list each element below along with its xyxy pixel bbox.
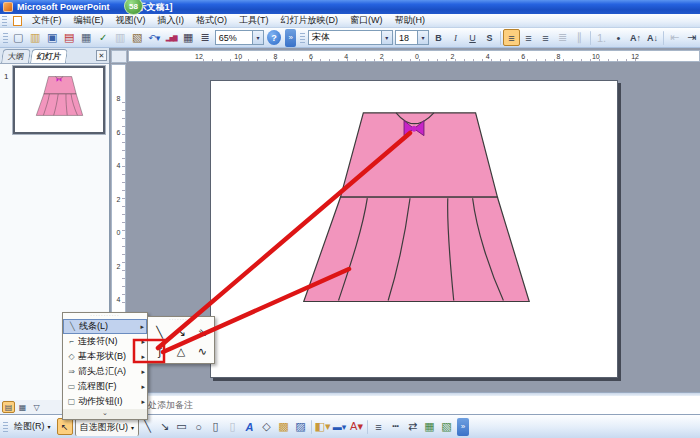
insert-table-icon[interactable]: ▦ — [180, 29, 197, 46]
menu-tools[interactable]: 工具(T) — [233, 13, 275, 28]
oval-tool-button[interactable]: ○ — [190, 418, 207, 435]
align-center-button[interactable]: ≡ — [520, 29, 537, 46]
toolbar-options-button[interactable]: » — [285, 29, 296, 47]
zoom-combo[interactable]: 65% ▾ — [215, 30, 264, 45]
autoshapes-menu-button[interactable]: 自选图形(U) ▾ — [75, 418, 140, 436]
menu-item-connectors[interactable]: ⌐ 连接符(N) ▸ — [63, 334, 147, 349]
arrow-tool[interactable]: ↘ — [170, 323, 191, 342]
diagram-tool-button[interactable]: ◇ — [258, 418, 275, 435]
dash-style-button[interactable]: ┅ — [387, 418, 404, 435]
spelling-icon[interactable]: ✓ — [95, 29, 112, 46]
line-tool[interactable]: ╲ — [149, 323, 170, 342]
toolbar-options-button[interactable]: » — [457, 418, 469, 436]
line-color-button[interactable]: ▬▾ — [331, 418, 348, 435]
fill-color-button[interactable]: ◧▾ — [314, 418, 331, 435]
tab-slides[interactable]: 幻灯片 — [30, 49, 68, 63]
picture-tool-button[interactable]: ▨ — [292, 418, 309, 435]
separator — [367, 420, 368, 434]
align-left-button[interactable]: ≡ — [503, 29, 520, 46]
menu-item-label: 箭头总汇(A) — [78, 365, 126, 378]
menu-item-block-arrows[interactable]: ⇒ 箭头总汇(A) ▸ — [63, 364, 147, 379]
double-arrow-tool[interactable]: ⇘ — [192, 323, 213, 342]
font-size-combo[interactable]: 18 ▾ — [395, 30, 429, 45]
open-folder-icon[interactable]: ▥ — [27, 29, 44, 46]
clipart-tool-button[interactable]: ▩ — [275, 418, 292, 435]
rectangle-tool-button[interactable]: ▭ — [173, 418, 190, 435]
draw-menu-button[interactable]: 绘图(R) ▾ — [10, 418, 55, 436]
vertical-textbox-tool-button[interactable]: ▯ — [224, 418, 241, 435]
freeform-tool[interactable]: △ — [170, 342, 191, 361]
slide-sorter-view-button[interactable]: ▦ — [16, 401, 29, 413]
shadow-style-button[interactable]: ▦ — [421, 418, 438, 435]
italic-button[interactable]: I — [447, 29, 464, 46]
font-name-combo[interactable]: 宋体 ▾ — [308, 30, 393, 45]
menu-item-label: 动作按钮(I) — [78, 395, 123, 408]
select-objects-button[interactable]: ↖ — [57, 418, 73, 435]
font-name-value: 宋体 — [312, 31, 330, 44]
distribute-button[interactable]: ≣ — [554, 29, 571, 46]
menu-item-flowchart[interactable]: ▭ 流程图(F) ▸ — [63, 379, 147, 394]
underline-button[interactable]: U — [464, 29, 481, 46]
toolbar-grip — [2, 16, 7, 26]
font-color-button[interactable]: A▾ — [348, 418, 365, 435]
curve-tool[interactable]: ʃ — [149, 342, 170, 361]
gridlines-icon[interactable]: ≣ — [197, 29, 214, 46]
menu-file[interactable]: 文件(F) — [26, 13, 68, 28]
menu-window[interactable]: 窗口(W) — [344, 13, 389, 28]
print-icon[interactable]: ▦ — [78, 29, 95, 46]
scribble-tool[interactable]: ∿ — [192, 342, 213, 361]
submenu-arrow-icon: ▸ — [141, 368, 145, 376]
copy-icon[interactable]: ▥ — [112, 29, 129, 46]
insert-chart-icon[interactable]: ▂▅▇ — [163, 29, 180, 46]
normal-view-button[interactable]: ▤ — [2, 401, 15, 413]
save-icon[interactable]: ▣ — [44, 29, 61, 46]
paste-icon[interactable]: ▧ — [129, 29, 146, 46]
menu-item-basic-shapes[interactable]: ◇ 基本形状(B) ▸ — [63, 349, 147, 364]
menu-item-lines[interactable]: ╲ 线条(L) ▸ — [63, 319, 147, 334]
menu-item-label: 基本形状(B) — [78, 350, 126, 363]
text-direction-button[interactable]: ∥ — [571, 29, 588, 46]
menu-view[interactable]: 视图(V) — [110, 13, 152, 28]
chevron-down-icon[interactable]: ▾ — [381, 31, 392, 44]
bold-button[interactable]: B — [430, 29, 447, 46]
bullets-button[interactable]: • — [610, 29, 627, 46]
menu-item-label: 流程图(F) — [78, 380, 117, 393]
text-shadow-button[interactable]: S — [481, 29, 498, 46]
chevron-down-icon[interactable]: ▾ — [252, 31, 263, 44]
arrow-tool-button[interactable]: ↘ — [156, 418, 173, 435]
slideshow-view-button[interactable]: ▽ — [30, 401, 43, 413]
line-style-button[interactable]: ≡ — [370, 418, 387, 435]
chevron-down-icon[interactable]: ▾ — [417, 31, 428, 44]
wordart-tool-button[interactable]: A — [241, 418, 258, 435]
submenu-arrow-icon: ▸ — [141, 338, 145, 346]
menu-expand-button[interactable]: ⌄ — [63, 409, 147, 419]
line-tool-button[interactable]: ╲ — [139, 418, 156, 435]
new-file-icon[interactable]: ▢ — [10, 29, 27, 46]
menu-help[interactable]: 帮助(H) — [389, 13, 432, 28]
menu-insert[interactable]: 插入(I) — [152, 13, 191, 28]
arrow-style-button[interactable]: ⇄ — [404, 418, 421, 435]
autoshapes-label: 自选图形(U) — [80, 421, 129, 434]
increase-font-button[interactable]: A↑ — [627, 29, 644, 46]
numbering-button[interactable]: 1. — [593, 29, 610, 46]
slide-canvas[interactable] — [210, 80, 618, 378]
menu-edit[interactable]: 编辑(E) — [68, 13, 110, 28]
undo-icon[interactable]: ↶▾ — [146, 29, 163, 46]
menu-slideshow[interactable]: 幻灯片放映(D) — [275, 13, 345, 28]
decrease-font-button[interactable]: A↓ — [644, 29, 661, 46]
decrease-indent-button[interactable]: ⇤ — [666, 29, 683, 46]
align-right-button[interactable]: ≡ — [537, 29, 554, 46]
menu-format[interactable]: 格式(O) — [190, 13, 233, 28]
permission-icon[interactable]: ▤ — [61, 29, 78, 46]
ruler-number: 6 — [521, 53, 525, 60]
textbox-tool-button[interactable]: ▯ — [207, 418, 224, 435]
threed-style-button[interactable]: ▧ — [438, 418, 455, 435]
tab-outline[interactable]: 大纲 — [1, 49, 31, 63]
help-button[interactable]: ? — [267, 30, 281, 45]
menu-item-action-buttons[interactable]: ▢ 动作按钮(I) ▸ — [63, 394, 147, 409]
slide-thumbnail[interactable] — [13, 66, 105, 134]
ruler-corner — [111, 50, 127, 63]
increase-indent-button[interactable]: ⇥ — [683, 29, 700, 46]
close-icon[interactable]: ✕ — [96, 50, 107, 61]
notes-pane[interactable]: 处添加备注 — [110, 396, 700, 414]
